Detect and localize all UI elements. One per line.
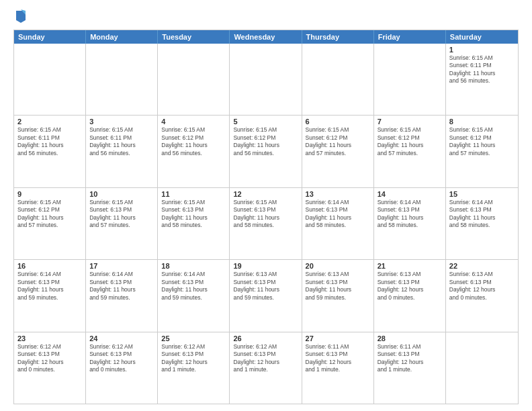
day-info: Sunrise: 6:14 AM Sunset: 6:13 PM Dayligh… — [378, 199, 442, 230]
day-number: 16 — [17, 262, 82, 270]
day-number: 2 — [17, 118, 82, 126]
day-info: Sunrise: 6:15 AM Sunset: 6:11 PM Dayligh… — [17, 126, 82, 157]
day-number: 17 — [89, 262, 154, 270]
calendar-row: 2Sunrise: 6:15 AM Sunset: 6:11 PM Daylig… — [14, 115, 518, 187]
day-number: 7 — [378, 118, 442, 126]
day-info: Sunrise: 6:14 AM Sunset: 6:13 PM Dayligh… — [161, 271, 226, 302]
day-info: Sunrise: 6:12 AM Sunset: 6:13 PM Dayligh… — [161, 343, 226, 374]
header — [13, 11, 519, 23]
calendar-cell: 26Sunrise: 6:12 AM Sunset: 6:13 PM Dayli… — [230, 332, 302, 404]
calendar-cell: 7Sunrise: 6:15 AM Sunset: 6:12 PM Daylig… — [374, 116, 446, 187]
day-number: 20 — [306, 262, 370, 270]
day-number: 28 — [378, 334, 442, 342]
calendar-cell: 24Sunrise: 6:12 AM Sunset: 6:13 PM Dayli… — [86, 332, 158, 404]
calendar-cell: 27Sunrise: 6:11 AM Sunset: 6:13 PM Dayli… — [302, 332, 374, 404]
calendar-cell: 23Sunrise: 6:12 AM Sunset: 6:13 PM Dayli… — [14, 332, 86, 404]
day-number: 8 — [449, 118, 515, 126]
calendar-cell: 2Sunrise: 6:15 AM Sunset: 6:11 PM Daylig… — [14, 116, 86, 187]
calendar-cell: 4Sunrise: 6:15 AM Sunset: 6:12 PM Daylig… — [158, 116, 230, 187]
day-info: Sunrise: 6:13 AM Sunset: 6:13 PM Dayligh… — [233, 271, 298, 302]
page: SundayMondayTuesdayWednesdayThursdayFrid… — [0, 0, 532, 411]
calendar-row: 9Sunrise: 6:15 AM Sunset: 6:12 PM Daylig… — [14, 187, 518, 259]
day-info: Sunrise: 6:11 AM Sunset: 6:13 PM Dayligh… — [378, 343, 442, 374]
calendar-cell: 22Sunrise: 6:13 AM Sunset: 6:13 PM Dayli… — [446, 260, 518, 331]
day-number: 3 — [89, 118, 154, 126]
day-number: 15 — [449, 190, 515, 198]
day-info: Sunrise: 6:15 AM Sunset: 6:13 PM Dayligh… — [233, 199, 298, 230]
calendar-cell: 25Sunrise: 6:12 AM Sunset: 6:13 PM Dayli… — [158, 332, 230, 404]
weekday-header: Wednesday — [230, 30, 302, 44]
calendar: SundayMondayTuesdayWednesdayThursdayFrid… — [13, 30, 519, 404]
calendar-cell: 15Sunrise: 6:14 AM Sunset: 6:13 PM Dayli… — [446, 188, 518, 259]
day-number: 12 — [233, 190, 298, 198]
calendar-cell: 11Sunrise: 6:15 AM Sunset: 6:13 PM Dayli… — [158, 188, 230, 259]
calendar-cell: 20Sunrise: 6:13 AM Sunset: 6:13 PM Dayli… — [302, 260, 374, 331]
day-info: Sunrise: 6:12 AM Sunset: 6:13 PM Dayligh… — [89, 343, 154, 374]
day-number: 9 — [17, 190, 82, 198]
calendar-cell: 6Sunrise: 6:15 AM Sunset: 6:12 PM Daylig… — [302, 116, 374, 187]
calendar-cell — [230, 44, 302, 115]
calendar-cell — [86, 44, 158, 115]
day-info: Sunrise: 6:15 AM Sunset: 6:13 PM Dayligh… — [89, 199, 154, 230]
calendar-cell: 10Sunrise: 6:15 AM Sunset: 6:13 PM Dayli… — [86, 188, 158, 259]
weekday-header: Friday — [374, 30, 446, 44]
calendar-header: SundayMondayTuesdayWednesdayThursdayFrid… — [14, 30, 518, 44]
day-info: Sunrise: 6:15 AM Sunset: 6:11 PM Dayligh… — [89, 126, 154, 157]
day-number: 5 — [233, 118, 298, 126]
day-number: 26 — [233, 334, 298, 342]
day-info: Sunrise: 6:14 AM Sunset: 6:13 PM Dayligh… — [89, 271, 154, 302]
day-info: Sunrise: 6:15 AM Sunset: 6:11 PM Dayligh… — [449, 54, 515, 85]
day-info: Sunrise: 6:12 AM Sunset: 6:13 PM Dayligh… — [17, 343, 82, 374]
day-number: 11 — [161, 190, 226, 198]
day-info: Sunrise: 6:13 AM Sunset: 6:13 PM Dayligh… — [449, 271, 515, 302]
calendar-cell — [446, 332, 518, 404]
calendar-cell: 5Sunrise: 6:15 AM Sunset: 6:12 PM Daylig… — [230, 116, 302, 187]
day-number: 24 — [89, 334, 154, 342]
calendar-cell: 21Sunrise: 6:13 AM Sunset: 6:13 PM Dayli… — [374, 260, 446, 331]
day-info: Sunrise: 6:15 AM Sunset: 6:12 PM Dayligh… — [161, 126, 226, 157]
calendar-cell — [14, 44, 86, 115]
calendar-row: 16Sunrise: 6:14 AM Sunset: 6:13 PM Dayli… — [14, 259, 518, 331]
calendar-cell — [158, 44, 230, 115]
calendar-cell: 8Sunrise: 6:15 AM Sunset: 6:12 PM Daylig… — [446, 116, 518, 187]
calendar-cell: 14Sunrise: 6:14 AM Sunset: 6:13 PM Dayli… — [374, 188, 446, 259]
calendar-cell: 9Sunrise: 6:15 AM Sunset: 6:12 PM Daylig… — [14, 188, 86, 259]
calendar-row: 1Sunrise: 6:15 AM Sunset: 6:11 PM Daylig… — [14, 44, 518, 115]
weekday-header: Saturday — [446, 30, 518, 44]
calendar-cell: 12Sunrise: 6:15 AM Sunset: 6:13 PM Dayli… — [230, 188, 302, 259]
day-info: Sunrise: 6:15 AM Sunset: 6:12 PM Dayligh… — [378, 126, 442, 157]
logo-text — [13, 11, 27, 23]
day-number: 13 — [306, 190, 370, 198]
weekday-header: Sunday — [14, 30, 86, 44]
calendar-cell: 16Sunrise: 6:14 AM Sunset: 6:13 PM Dayli… — [14, 260, 86, 331]
day-number: 21 — [378, 262, 442, 270]
day-number: 25 — [161, 334, 226, 342]
logo — [13, 11, 27, 23]
weekday-header: Monday — [86, 30, 158, 44]
day-info: Sunrise: 6:15 AM Sunset: 6:13 PM Dayligh… — [161, 199, 226, 230]
calendar-cell: 3Sunrise: 6:15 AM Sunset: 6:11 PM Daylig… — [86, 116, 158, 187]
day-number: 18 — [161, 262, 226, 270]
day-info: Sunrise: 6:15 AM Sunset: 6:12 PM Dayligh… — [17, 199, 82, 230]
calendar-cell: 19Sunrise: 6:13 AM Sunset: 6:13 PM Dayli… — [230, 260, 302, 331]
day-number: 10 — [89, 190, 154, 198]
day-number: 27 — [306, 334, 370, 342]
calendar-cell: 13Sunrise: 6:14 AM Sunset: 6:13 PM Dayli… — [302, 188, 374, 259]
day-number: 1 — [449, 46, 515, 54]
day-info: Sunrise: 6:15 AM Sunset: 6:12 PM Dayligh… — [306, 126, 370, 157]
day-number: 14 — [378, 190, 442, 198]
day-info: Sunrise: 6:14 AM Sunset: 6:13 PM Dayligh… — [449, 199, 515, 230]
day-info: Sunrise: 6:14 AM Sunset: 6:13 PM Dayligh… — [17, 271, 82, 302]
day-info: Sunrise: 6:13 AM Sunset: 6:13 PM Dayligh… — [306, 271, 370, 302]
calendar-cell: 17Sunrise: 6:14 AM Sunset: 6:13 PM Dayli… — [86, 260, 158, 331]
day-number: 4 — [161, 118, 226, 126]
day-number: 22 — [449, 262, 515, 270]
day-number: 23 — [17, 334, 82, 342]
logo-icon — [15, 8, 27, 23]
calendar-cell: 18Sunrise: 6:14 AM Sunset: 6:13 PM Dayli… — [158, 260, 230, 331]
calendar-cell: 1Sunrise: 6:15 AM Sunset: 6:11 PM Daylig… — [446, 44, 518, 115]
day-info: Sunrise: 6:15 AM Sunset: 6:12 PM Dayligh… — [233, 126, 298, 157]
day-info: Sunrise: 6:11 AM Sunset: 6:13 PM Dayligh… — [306, 343, 370, 374]
calendar-cell — [302, 44, 374, 115]
day-info: Sunrise: 6:12 AM Sunset: 6:13 PM Dayligh… — [233, 343, 298, 374]
